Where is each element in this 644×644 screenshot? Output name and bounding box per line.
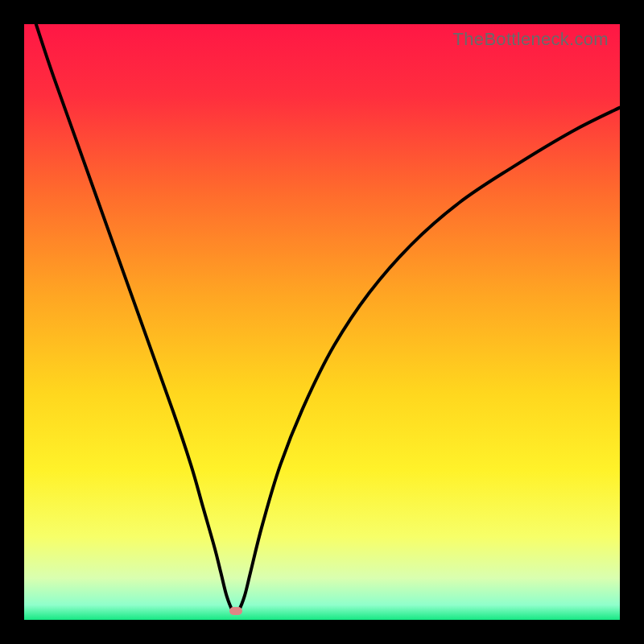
bottleneck-curve xyxy=(36,24,620,613)
curve-svg xyxy=(24,24,620,620)
plot-area: TheBottleneck.com xyxy=(24,24,620,620)
min-point-marker xyxy=(229,607,242,615)
outer-frame: TheBottleneck.com xyxy=(0,0,644,644)
